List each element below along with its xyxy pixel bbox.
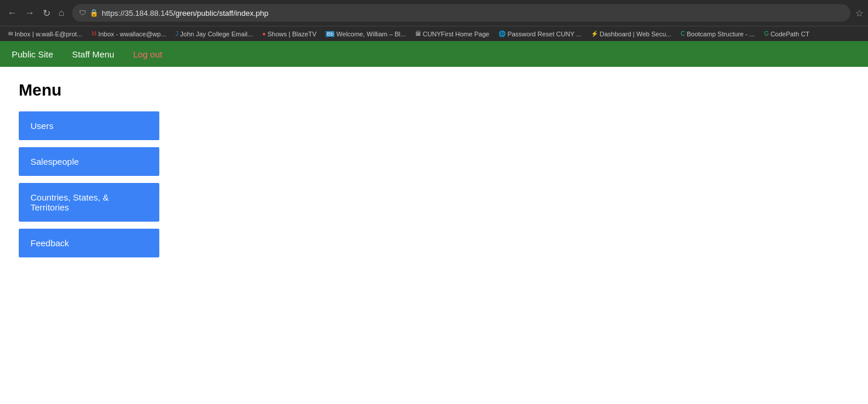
bookmark-icon-6: 🏛 [415, 30, 421, 37]
bookmark-dashboard[interactable]: ⚡ Dashboard | Web Secu... [587, 29, 675, 39]
bookmark-icon-10: G [764, 30, 769, 37]
bookmark-icon-1: ✉ [8, 30, 13, 37]
browser-nav-buttons: ← → ↻ ⌂ [5, 6, 67, 20]
browser-chrome: ← → ↻ ⌂ 🛡 🔒 https://35.184.88.145/green/… [0, 0, 868, 26]
address-bar[interactable]: 🛡 🔒 https://35.184.88.145/green/public/s… [72, 4, 850, 22]
url-display: https://35.184.88.145/green/public/staff… [102, 9, 843, 18]
page-title: Menu [19, 81, 849, 100]
bookmark-icon-9: C [681, 30, 685, 37]
bookmark-codepath[interactable]: G CodePath CT [761, 29, 813, 39]
bookmark-icon-3: J [176, 30, 179, 37]
lock-icon: 🔒 [90, 9, 98, 17]
forward-button[interactable]: → [22, 6, 37, 19]
bookmark-welcome[interactable]: Bb Welcome, William – Bl... [322, 29, 409, 39]
menu-buttons: Users Salespeople Countries, States, & T… [19, 111, 159, 257]
bookmark-bootcamp[interactable]: C Bootcamp Structure - ... [677, 29, 758, 39]
bookmark-johnjay[interactable]: J John Jay College Email... [172, 29, 257, 39]
bookmark-inbox-2[interactable]: M Inbox - wwallace@wp... [88, 29, 170, 39]
bookmark-icon-8: ⚡ [591, 30, 598, 37]
shield-icon: 🛡 [79, 9, 86, 17]
main-content: Menu Users Salespeople Countries, States… [0, 67, 868, 271]
reload-button[interactable]: ↻ [40, 6, 53, 20]
bookmark-icon-5: Bb [326, 31, 334, 37]
feedback-button[interactable]: Feedback [19, 229, 159, 257]
staff-menu-link[interactable]: Staff Menu [70, 43, 117, 65]
salespeople-button[interactable]: Salespeople [19, 147, 159, 176]
bookmark-icon-2: M [92, 30, 97, 37]
home-button[interactable]: ⌂ [56, 6, 67, 19]
bookmark-icon-7: 🌐 [498, 30, 505, 37]
public-site-link[interactable]: Public Site [9, 43, 56, 65]
bookmark-password-reset[interactable]: 🌐 Password Reset CUNY ... [495, 29, 585, 39]
back-button[interactable]: ← [5, 6, 20, 19]
bookmark-blazetv[interactable]: ● Shows | BlazeTV [259, 29, 320, 39]
bookmark-inbox-1[interactable]: ✉ Inbox | w.wall-E@prot... [5, 29, 86, 39]
bookmark-cunyfirst[interactable]: 🏛 CUNYFirst Home Page [412, 29, 493, 39]
logout-link[interactable]: Log out [131, 43, 165, 65]
app-nav: Public Site Staff Menu Log out [0, 41, 868, 67]
users-button[interactable]: Users [19, 111, 159, 140]
bookmarks-bar: ✉ Inbox | w.wall-E@prot... M Inbox - wwa… [0, 26, 868, 41]
bookmark-star-button[interactable]: ☆ [855, 8, 863, 19]
bookmark-icon-4: ● [262, 30, 266, 37]
countries-states-territories-button[interactable]: Countries, States, & Territories [19, 183, 159, 222]
